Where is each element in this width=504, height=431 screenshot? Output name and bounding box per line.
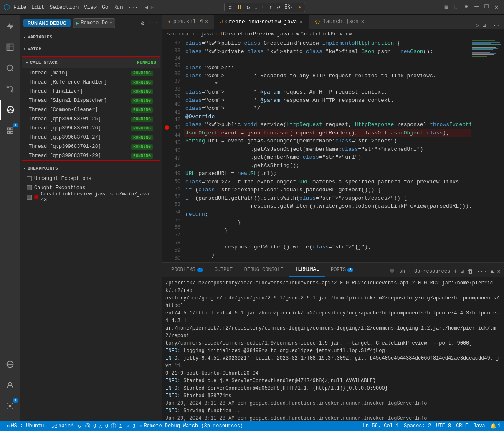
activity-account[interactable] [0,375,20,395]
activity-source-control[interactable] [0,79,20,99]
run-and-debug-button[interactable]: RUN AND DEBUG [23,19,71,27]
call-stack-item[interactable]: Thread [Common-Cleaner] RUNNING [22,105,160,114]
gutter-line[interactable]: 48 [162,162,184,170]
tab-debug-console[interactable]: DEBUG CONSOLE [238,262,289,277]
gutter-line[interactable]: 39 [162,93,184,101]
debug-config-dropdown[interactable]: ▶ Remote De ▾ [73,18,115,28]
gutter-line[interactable]: 57 [162,231,184,239]
notifications-status[interactable]: 🔔 1 [490,423,501,429]
tab-output[interactable]: OUTPUT [209,262,238,277]
ports-status[interactable]: ⚐ 3 [127,423,136,429]
gutter-line[interactable]: 36 [162,70,184,78]
breakpoints-header[interactable]: ▸ BREAKPOINTS [20,162,162,174]
menu-more[interactable]: ··· [128,4,138,10]
activity-search[interactable] [0,58,20,78]
call-stack-item[interactable]: Thread [qtp399683701-26] RUNNING [22,124,160,133]
line-ending-status[interactable]: CRLF [456,423,468,429]
debug-breakpoints-icon[interactable]: ⛓· [284,4,294,10]
call-stack-item[interactable]: Thread [qtp399683701-28] RUNNING [22,142,160,151]
terminal-content[interactable]: /pierrick/.m2/repository/io/cloudevents/… [162,278,504,421]
tab-create-link-preview[interactable]: J CreateLinkPreview.java ✕ [214,15,309,29]
gutter-line[interactable]: 54 [162,208,184,216]
gutter-line[interactable]: 59 [162,247,184,254]
errors-status[interactable]: ⓪ 0 △ 0 ① 1 [85,423,122,430]
panel-more-icon[interactable]: ··· [476,268,487,275]
layout-icon[interactable]: ⊞ [462,3,471,11]
activity-settings[interactable]: 1 [0,396,20,416]
split-editor-icon[interactable]: ⊡ [482,22,486,29]
branch-status[interactable]: ⎇ main* [51,423,73,429]
menu-go[interactable]: Go [102,4,109,10]
split-terminal-icon[interactable]: ⊡ [461,268,464,275]
tab-launch-json[interactable]: {} launch.json ✕ [309,15,370,29]
menu-file[interactable]: File [13,4,26,10]
activity-remote[interactable] [0,354,20,374]
remote-watch-status[interactable]: ⊕ Remote Debug Watch (3p-resources) [139,423,243,429]
breakpoint-checkbox[interactable] [27,185,32,190]
breadcrumb-src[interactable]: src [167,31,176,37]
debug-step-out-icon[interactable]: ⬆ [269,4,272,11]
breakpoint-checkbox[interactable] [27,176,32,181]
gutter-line[interactable]: 41 [162,109,184,116]
breadcrumb-main[interactable]: main [182,31,195,37]
call-stack-item[interactable]: Thread [qtp399683701-27] RUNNING [22,133,160,142]
maximize-panel-icon[interactable]: ▲ [490,268,494,275]
call-stack-item[interactable]: Thread [qtp399683701-29] RUNNING [22,151,160,160]
gutter-line[interactable]: 55 [162,216,184,223]
debug-layout-icon[interactable]: ⣿ [228,4,232,11]
gutter-line[interactable]: 58 [162,239,184,247]
call-stack-item[interactable]: Thread [Reference Handler] RUNNING [22,78,160,87]
breadcrumb-java[interactable]: java [201,31,213,37]
gutter-line[interactable]: 34 [162,55,184,62]
trash-icon[interactable]: 🗑 [467,268,473,275]
panel-toggle-icon[interactable]: ⬚ [452,3,461,11]
gear-icon[interactable]: ⚙ [141,20,144,27]
gutter-line[interactable]: 60 [162,254,184,262]
gutter-line[interactable]: 35 [162,62,184,70]
sync-status[interactable]: ↻ [78,423,81,429]
debug-step-into-icon[interactable]: ⬇ [261,4,265,11]
gutter-line[interactable]: 49 [162,170,184,177]
nav-back[interactable]: ◀ [144,4,148,11]
language-status[interactable]: Java [473,423,485,429]
gutter-line[interactable]: 51 [162,185,184,193]
more-actions-icon[interactable]: ··· [148,20,158,27]
gutter-line[interactable]: 38 [162,85,184,93]
gutter-line[interactable]: 52 [162,193,184,200]
breadcrumb-class[interactable]: ⚭CreateLinkPreview [296,31,352,37]
gutter-line[interactable]: 43 [162,124,184,131]
new-terminal-icon[interactable]: + [453,268,457,275]
call-stack-item[interactable]: Thread [main] RUNNING [22,68,160,78]
gutter-line[interactable]: 42 [162,116,184,124]
gutter-line[interactable]: 50 [162,177,184,185]
nav-forward[interactable]: ▶ [151,4,154,11]
encoding-status[interactable]: UTF-8 [436,423,451,429]
menu-view[interactable]: View [84,4,97,10]
call-stack-header[interactable]: ▾ CALL STACK Running [22,57,160,68]
call-stack-item[interactable]: Thread [Signal Dispatcher] RUNNING [22,96,160,105]
call-stack-item[interactable]: Thread [Finalizer] RUNNING [22,87,160,96]
close-panel-icon[interactable]: ✕ [497,268,501,275]
remote-status[interactable]: ⊕ WSL: Ubuntu [3,421,47,431]
activity-extensions[interactable]: 1 [0,121,20,141]
position-status[interactable]: Ln 59, Col 1 [363,423,399,429]
gutter-line[interactable]: 33 [162,47,184,54]
spaces-status[interactable]: Spaces: 2 [404,423,431,429]
launch-json-close[interactable]: ✕ [361,18,364,25]
debug-step-over-icon[interactable]: ⤵ [254,4,257,10]
menu-edit[interactable]: Edit [31,4,44,10]
call-stack-item[interactable]: Thread [qtp399683701-25] RUNNING [22,114,160,124]
gutter-line[interactable]: 44 [162,132,184,139]
activity-debug[interactable] [0,100,20,120]
watch-header[interactable]: ▸ WATCH [20,43,162,55]
gutter-line[interactable]: 56 [162,224,184,231]
variables-header[interactable]: ▸ VARIABLES [20,31,162,43]
menu-selection[interactable]: Selection [49,4,79,10]
tab-pom-xml[interactable]: ✦ pom.xml M ✕ [162,15,214,29]
breakpoint-checkbox[interactable] [27,195,32,200]
tab-ports[interactable]: PORTS 3 [325,262,359,277]
create-link-close[interactable]: ✕ [300,19,303,25]
maximize-window[interactable]: □ [482,3,491,11]
debug-lightning-icon[interactable]: ⚡ [298,4,301,11]
breadcrumb-file[interactable]: JCreateLinkPreview.java [219,31,289,37]
